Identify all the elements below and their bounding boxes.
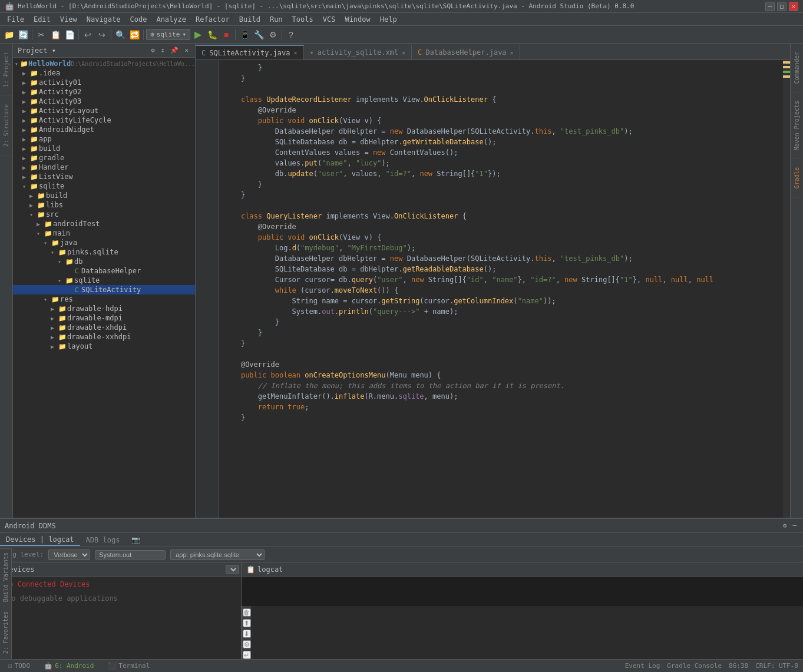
menu-file[interactable]: File	[2, 14, 29, 25]
toolbar-replace-btn[interactable]: 🔁	[128, 28, 141, 41]
toolbar-project-btn[interactable]: 📁	[2, 28, 15, 41]
tree-item-gradle[interactable]: ▶ 📁 gradle	[13, 153, 195, 163]
toolbar-search-btn[interactable]: 🔍	[114, 28, 127, 41]
tree-item-drawable-hdpi[interactable]: ▶ 📁 drawable-hdpi	[13, 304, 195, 313]
settings-button[interactable]: ⚙	[266, 28, 279, 41]
tree-item-sqlite[interactable]: ▾ 📁 sqlite	[13, 181, 195, 191]
logcat-wrap-btn[interactable]: ↵	[243, 651, 251, 659]
tab-databasehelper[interactable]: C DatabaseHelper.java ✕	[412, 45, 520, 59]
project-pin-btn[interactable]: 📌	[168, 46, 180, 55]
tree-item-activity02[interactable]: ▶ 📁 Activity02	[13, 87, 195, 97]
log-search-input[interactable]	[95, 550, 166, 560]
tree-item-drawable-xxhdpi[interactable]: ▶ 📁 drawable-xxhdpi	[13, 332, 195, 342]
tree-item-main[interactable]: ▾ 📁 main	[13, 229, 195, 238]
tab-close-sqliteactivity[interactable]: ✕	[294, 49, 298, 56]
gradle-side-label[interactable]: Gradle	[792, 163, 801, 193]
tree-item-activity01[interactable]: ▶ 📁 activity01	[13, 78, 195, 87]
tree-item-sqlite-src[interactable]: ▾ 📁 src	[13, 210, 195, 219]
toolbar-cut-btn[interactable]: ✂	[35, 28, 48, 41]
ddms-settings-btn[interactable]: ⚙	[781, 521, 789, 530]
tab-sqliteactivity[interactable]: C SQLiteActivity.java ✕	[196, 45, 304, 59]
tree-item-java[interactable]: ▾ 📁 java	[13, 238, 195, 247]
todo-button[interactable]: ☑ TODO	[5, 662, 34, 670]
ddms-tab-screenshot[interactable]: 📷	[125, 535, 146, 545]
log-app-select[interactable]: app: pinks.sqlite.sqlite	[170, 549, 265, 560]
tree-item-drawable-mdpi[interactable]: ▶ 📁 drawable-mdpi	[13, 313, 195, 323]
terminal-button[interactable]: ⬛ Terminal	[104, 662, 153, 670]
tree-item-sqlite-pkg[interactable]: ▾ 📁 sqlite	[13, 276, 195, 285]
menu-window[interactable]: Window	[340, 14, 375, 25]
toolbar-sync-btn[interactable]: 🔄	[16, 28, 29, 41]
tree-item-build[interactable]: ▶ 📁 build	[13, 144, 195, 153]
tree-item-root[interactable]: ▾ 📁 HelloWorld D:\AndroidStudioProjects\…	[13, 59, 195, 68]
menu-view[interactable]: View	[55, 14, 82, 25]
project-close-btn[interactable]: ✕	[183, 46, 190, 55]
ddms-minimize-btn[interactable]: ─	[791, 521, 798, 530]
maven-side-label[interactable]: Maven Projects	[792, 96, 801, 155]
ddms-tab-devices-logcat[interactable]: Devices | logcat	[0, 534, 80, 546]
ddms-tab-adb-logs[interactable]: ADB logs	[80, 535, 126, 545]
tree-item-androidtest[interactable]: ▶ 📁 androidTest	[13, 219, 195, 229]
tree-item-databasehelper[interactable]: C DatabaseHelper	[13, 266, 195, 276]
run-button[interactable]: ▶	[191, 28, 204, 41]
toolbar-paste-btn[interactable]: 📄	[63, 28, 76, 41]
maximize-button[interactable]: □	[777, 2, 787, 11]
menu-code[interactable]: Code	[125, 14, 152, 25]
gradle-console-link[interactable]: Gradle Console	[667, 662, 722, 670]
tree-item-sqlite-libs[interactable]: ▶ 📁 libs	[13, 200, 195, 210]
android-button[interactable]: 🤖 6: Android	[41, 662, 97, 670]
tree-item-activity03[interactable]: ▶ 📁 Activity03	[13, 97, 195, 106]
tab-close-activity-xml[interactable]: ✕	[402, 49, 405, 56]
project-side-label[interactable]: 1: Project	[2, 47, 11, 92]
logcat-scroll-top-btn[interactable]: ⬆	[243, 619, 251, 627]
tree-item-pinks-sqlite[interactable]: ▾ 📁 pinks.sqlite	[13, 247, 195, 257]
tree-item-handler[interactable]: ▶ 📁 Handler	[13, 163, 195, 172]
menu-help[interactable]: Help	[375, 14, 402, 25]
toolbar-copy-btn[interactable]: 📋	[49, 28, 62, 41]
menu-vcs[interactable]: VCS	[318, 14, 341, 25]
tree-item-listview[interactable]: ▶ 📁 ListView	[13, 172, 195, 181]
help-button[interactable]: ?	[285, 28, 298, 41]
run-config-dropdown[interactable]: ⚙ sqlite ▾	[146, 29, 190, 40]
build-variants-btn[interactable]: Build Variants	[0, 549, 11, 607]
tree-item-db-folder[interactable]: ▾ 📁 db	[13, 257, 195, 266]
tree-item-sqliteactivity[interactable]: C SQLiteActivity	[13, 285, 195, 294]
tab-activity-sqlite-xml[interactable]: ✦ activity_sqlite.xml ✕	[304, 45, 412, 59]
tree-item-androidwidget[interactable]: ▶ 📁 AndroidWidget	[13, 125, 195, 134]
menu-run[interactable]: Run	[265, 14, 288, 25]
structure-side-label[interactable]: 2: Structure	[2, 100, 11, 151]
menu-navigate[interactable]: Navigate	[82, 14, 125, 25]
tree-item-drawable-xhdpi[interactable]: ▶ 📁 drawable-xhdpi	[13, 323, 195, 332]
event-log-link[interactable]: Event Log	[625, 662, 660, 670]
project-gear-btn[interactable]: ⚙	[149, 46, 157, 55]
favorites-btn[interactable]: 2: Favorites	[0, 608, 11, 659]
log-level-select[interactable]: Verbose Debug Info Warn Error	[48, 549, 90, 560]
stop-button[interactable]: ■	[220, 28, 233, 41]
logcat-body[interactable]	[242, 577, 803, 606]
code-content[interactable]: } } class UpdateRecordListener implement…	[219, 60, 783, 518]
tree-item-app[interactable]: ▶ 📁 app	[13, 134, 195, 144]
menu-refactor[interactable]: Refactor	[191, 14, 234, 25]
tree-item-activitylifecycle[interactable]: ▶ 📁 ActivityLifeCycle	[13, 115, 195, 125]
logcat-scroll-bottom-btn[interactable]: ⬇	[243, 630, 251, 638]
tab-close-databasehelper[interactable]: ✕	[510, 49, 514, 56]
project-expand-btn[interactable]: ↕	[159, 46, 167, 55]
sdk-button[interactable]: 🔧	[252, 28, 265, 41]
commander-side-label[interactable]: Commander	[792, 47, 801, 88]
tree-item-idea[interactable]: ▶ 📁 .idea	[13, 68, 195, 78]
menu-build[interactable]: Build	[234, 14, 265, 25]
minimize-button[interactable]: ─	[765, 2, 775, 11]
debug-button[interactable]: 🐛	[206, 28, 219, 41]
menu-tools[interactable]: Tools	[288, 14, 318, 25]
tree-item-res[interactable]: ▾ 📁 res	[13, 294, 195, 304]
close-button[interactable]: ✕	[789, 2, 798, 11]
avd-button[interactable]: 📱	[238, 28, 251, 41]
tree-item-sqlite-build[interactable]: ▶ 📁 build	[13, 191, 195, 200]
logcat-clear-btn[interactable]: 🗑	[243, 608, 251, 617]
tree-item-layout[interactable]: ▶ 📁 layout	[13, 342, 195, 351]
toolbar-redo-btn[interactable]: ↪	[95, 28, 108, 41]
code-editor[interactable]: } } class UpdateRecordListener implement…	[196, 60, 790, 518]
menu-edit[interactable]: Edit	[29, 14, 55, 25]
devices-dropdown[interactable]	[226, 565, 239, 574]
toolbar-undo-btn[interactable]: ↩	[81, 28, 94, 41]
